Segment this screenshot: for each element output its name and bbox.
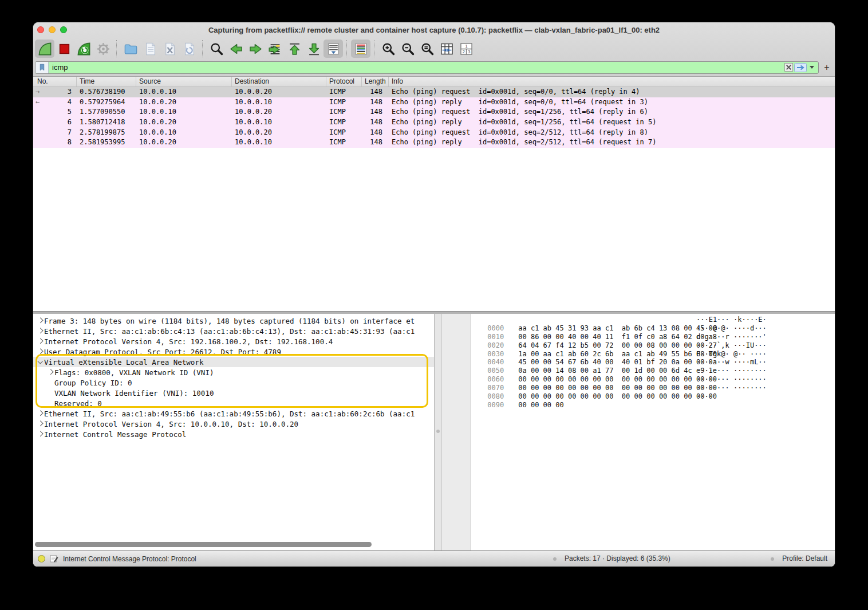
traffic-lights xyxy=(37,26,67,33)
go-first-packet-button[interactable] xyxy=(285,40,304,58)
go-to-packet-button[interactable] xyxy=(265,40,285,58)
hex-ascii[interactable]: ·····`,k ···IU··· xyxy=(696,341,767,350)
expander-icon[interactable] xyxy=(37,420,44,427)
expander-icon[interactable] xyxy=(37,348,44,355)
detail-row[interactable]: Ethernet II, Src: aa:c1:ab:49:55:b6 (aa:… xyxy=(33,408,434,419)
hex-ascii[interactable]: ···E1··· ·k····E· xyxy=(696,316,767,324)
packet-row[interactable]: 4← 0.579275964 10.0.0.20 10.0.0.10 ICMP … xyxy=(33,97,835,108)
expander-icon[interactable] xyxy=(47,369,54,376)
detail-row[interactable]: Virtual eXtensible Local Area Network xyxy=(33,357,434,367)
column-header-no[interactable]: No. xyxy=(33,77,77,86)
detail-row[interactable]: Flags: 0x0800, VXLAN Network ID (VNI) xyxy=(33,367,434,377)
layout-panes-button[interactable]: 123 xyxy=(456,40,476,58)
desktop-background: Capturing from packetflix:// remote clus… xyxy=(0,0,868,610)
packet-row[interactable]: 6 1.580712418 10.0.0.20 10.0.0.10 ICMP 1… xyxy=(33,117,835,128)
open-file-button[interactable] xyxy=(121,40,140,58)
hex-row[interactable]: 00301a 00 aa c1 ab 60 2c 6b aa c1 ab 49 … xyxy=(441,341,835,350)
hex-row[interactable]: 001000 86 00 00 40 00 40 11 f1 0f c0 a8 … xyxy=(441,324,835,333)
minimize-window-button[interactable] xyxy=(49,26,56,33)
close-window-button[interactable] xyxy=(37,26,44,33)
packet-row[interactable]: 5 1.577090550 10.0.0.10 10.0.0.20 ICMP 1… xyxy=(33,107,835,117)
packet-row[interactable]: 3→ 0.576738190 10.0.0.10 10.0.0.20 ICMP … xyxy=(33,87,835,97)
column-header-length[interactable]: Length xyxy=(362,77,389,86)
hex-ascii[interactable]: ····@·@· ····d··· xyxy=(696,324,767,333)
lower-panes: Frame 3: 148 bytes on wire (1184 bits), … xyxy=(33,314,835,551)
zoom-out-button[interactable] xyxy=(398,40,417,58)
detail-row[interactable]: Ethernet II, Src: aa:c1:ab:6b:c4:13 (aa:… xyxy=(33,326,434,336)
detail-row[interactable]: Frame 3: 148 bytes on wire (1184 bits), … xyxy=(33,316,434,326)
detail-row[interactable]: Group Policy ID: 0 xyxy=(33,377,434,388)
go-last-packet-button[interactable] xyxy=(304,40,323,58)
detail-row[interactable]: Internet Protocol Version 4, Src: 192.16… xyxy=(33,336,434,347)
filter-bookmark-icon[interactable] xyxy=(35,62,49,73)
expander-icon[interactable] xyxy=(37,338,44,345)
restart-capture-button[interactable] xyxy=(74,40,93,58)
expander-icon[interactable] xyxy=(47,389,54,396)
hex-row[interactable]: 004045 00 00 54 67 6b 40 00 40 01 bf 20 … xyxy=(441,350,835,359)
hex-offset: 0090 xyxy=(483,401,511,410)
hex-ascii[interactable]: E··Tgk@· @·· ···· xyxy=(696,350,767,359)
column-header-destination[interactable]: Destination xyxy=(232,77,326,86)
expander-icon[interactable] xyxy=(47,379,54,386)
display-filter-field[interactable] xyxy=(35,61,819,74)
detail-horizontal-scrollbar[interactable] xyxy=(35,542,372,547)
auto-scroll-button[interactable] xyxy=(323,40,343,58)
detail-row[interactable]: User Datagram Protocol, Src Port: 26612,… xyxy=(33,347,434,357)
expander-icon[interactable] xyxy=(37,328,44,334)
detail-row[interactable]: Internet Control Message Protocol xyxy=(33,429,434,439)
packet-row[interactable]: 8 2.581953995 10.0.0.20 10.0.0.10 ICMP 1… xyxy=(33,137,835,148)
column-header-protocol[interactable]: Protocol xyxy=(326,77,362,86)
zoom-100-button[interactable] xyxy=(417,40,437,58)
expander-icon[interactable] xyxy=(37,359,44,365)
filter-add-button[interactable]: + xyxy=(822,63,831,72)
capture-options-button[interactable] xyxy=(93,40,113,58)
hex-row[interactable]: 002064 04 67 f4 12 b5 00 72 00 00 08 00 … xyxy=(441,333,835,341)
filter-clear-icon[interactable] xyxy=(784,63,793,72)
title-bar[interactable]: Capturing from packetflix:// remote clus… xyxy=(33,22,835,37)
expander-icon[interactable] xyxy=(37,410,44,417)
hex-row[interactable]: 006000 00 00 00 00 00 00 00 00 00 00 00 … xyxy=(441,367,835,375)
hex-row[interactable]: 009000 00 00 00 ···· xyxy=(441,392,835,401)
column-header-source[interactable]: Source xyxy=(136,77,232,86)
zoom-in-icon xyxy=(381,41,396,57)
expander-icon[interactable] xyxy=(47,400,54,407)
profile-label[interactable]: Profile: Default xyxy=(782,551,827,566)
capture-comment-icon[interactable] xyxy=(50,554,58,563)
vertical-pane-splitter[interactable] xyxy=(434,314,441,550)
hex-ascii[interactable]: ·······w ····mL·· xyxy=(696,358,767,367)
stop-capture-button[interactable] xyxy=(54,40,74,58)
hex-row[interactable]: 007000 00 00 00 00 00 00 00 00 00 00 00 … xyxy=(441,375,835,384)
close-file-button xyxy=(160,40,179,58)
go-forward-button[interactable] xyxy=(246,40,265,58)
hex-ascii[interactable]: d·g····r ·······' xyxy=(696,333,767,341)
filter-apply-icon[interactable] xyxy=(794,63,807,72)
zoom-in-button[interactable] xyxy=(378,40,398,58)
colorize-packets-button[interactable] xyxy=(351,40,370,58)
zoom-window-button[interactable] xyxy=(60,26,67,33)
start-capture-button[interactable] xyxy=(35,40,54,58)
detail-row[interactable]: Reserved: 0 xyxy=(33,398,434,408)
hex-row[interactable]: 00500a 00 00 14 08 00 a1 77 00 1d 00 00 … xyxy=(441,358,835,367)
hex-ascii[interactable]: ········ ········ xyxy=(696,367,767,375)
hex-ascii[interactable]: ········ ········ xyxy=(696,384,767,392)
filter-dropdown-caret[interactable] xyxy=(810,66,814,69)
hex-ascii[interactable]: ········ ········ xyxy=(696,375,767,384)
hex-row[interactable]: 008000 00 00 00 00 00 00 00 00 00 00 00 … xyxy=(441,384,835,392)
expert-info-icon[interactable] xyxy=(38,555,45,562)
display-filter-input[interactable] xyxy=(49,62,784,73)
column-header-info[interactable]: Info xyxy=(389,77,835,86)
packet-list-empty-area xyxy=(33,148,835,311)
column-header-time[interactable]: Time xyxy=(77,77,136,86)
go-back-button[interactable] xyxy=(226,40,246,58)
hex-row[interactable]: 0000aa c1 ab 45 31 93 aa c1 ab 6b c4 13 … xyxy=(441,316,835,324)
expander-icon[interactable] xyxy=(37,431,44,438)
hex-bytes[interactable]: 00 00 00 00 xyxy=(518,401,563,409)
expander-icon[interactable] xyxy=(37,317,44,324)
toolbar-separator xyxy=(202,40,203,57)
packet-row[interactable]: 7 2.578199875 10.0.0.10 10.0.0.20 ICMP 1… xyxy=(33,128,835,138)
resize-columns-button[interactable] xyxy=(437,40,456,58)
detail-row[interactable]: VXLAN Network Identifier (VNI): 10010 xyxy=(33,388,434,398)
hex-ascii[interactable]: ···· xyxy=(696,392,713,401)
find-packet-button[interactable] xyxy=(207,40,226,58)
detail-row[interactable]: Internet Protocol Version 4, Src: 10.0.0… xyxy=(33,419,434,429)
